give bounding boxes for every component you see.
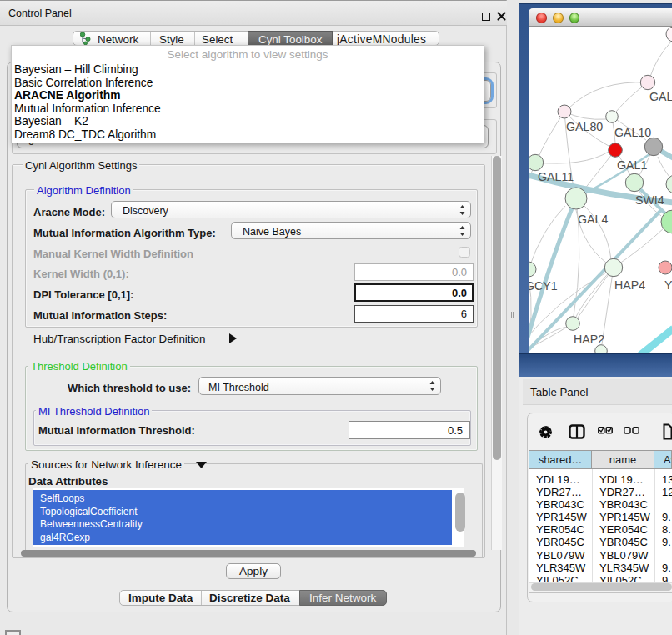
svg-text:HAP2: HAP2 <box>574 332 604 346</box>
svg-text:SWI4: SWI4 <box>635 193 664 207</box>
svg-text:HAP4: HAP4 <box>614 278 645 292</box>
svg-text:GAL7: GAL7 <box>649 90 672 103</box>
svg-text:GAL4: GAL4 <box>578 212 608 226</box>
svg-text:GAL1: GAL1 <box>617 158 647 172</box>
svg-text:YD: YD <box>664 278 672 292</box>
svg-text:GAL80: GAL80 <box>566 120 603 133</box>
svg-text:GAL11: GAL11 <box>538 170 574 183</box>
svg-text:GAL10: GAL10 <box>614 126 651 139</box>
svg-text:GCY1: GCY1 <box>529 279 558 292</box>
